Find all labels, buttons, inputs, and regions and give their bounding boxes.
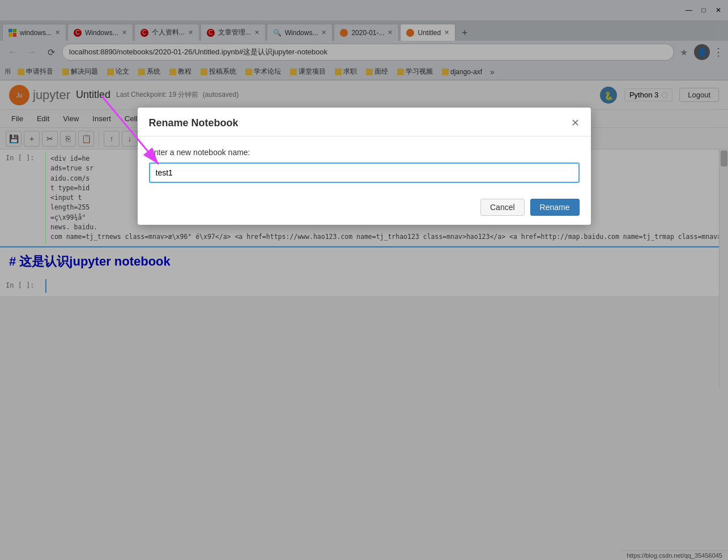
modal-input-label: Enter a new notebook name: — [149, 148, 580, 157]
modal-footer: Cancel Rename — [138, 192, 591, 225]
rename-dialog: Rename Notebook ✕ Enter a new notebook n… — [138, 108, 591, 225]
rename-button[interactable]: Rename — [530, 199, 580, 216]
modal-close-button[interactable]: ✕ — [571, 117, 580, 129]
modal-title: Rename Notebook — [149, 117, 239, 129]
cancel-button[interactable]: Cancel — [480, 199, 525, 216]
notebook-name-input[interactable] — [149, 163, 580, 183]
modal-header: Rename Notebook ✕ — [138, 108, 591, 136]
modal-body: Enter a new notebook name: — [138, 136, 591, 192]
modal-overlay: Rename Notebook ✕ Enter a new notebook n… — [0, 0, 728, 560]
